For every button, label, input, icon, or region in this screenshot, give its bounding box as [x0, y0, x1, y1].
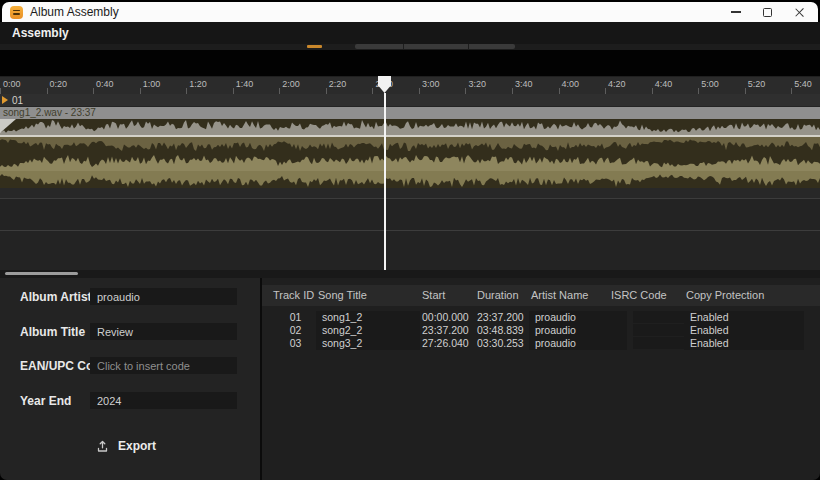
ruler-label: 4:20	[608, 79, 626, 89]
ruler-label: 1:40	[236, 79, 254, 89]
album-title-label: Album Title	[20, 325, 85, 339]
marker-row[interactable]: 01	[0, 94, 820, 107]
table-row[interactable]: 02 song2_2 23:37.200 03:48.839 proaudio …	[262, 324, 820, 337]
scrollbar-thumb[interactable]	[5, 272, 78, 275]
year-end-label: Year End	[20, 394, 71, 408]
ean-upc-input[interactable]	[90, 357, 237, 374]
col-header-copy-protection[interactable]: Copy Protection	[686, 285, 764, 306]
ruler-slot: 3:40	[512, 77, 559, 94]
ruler-label: 1:20	[189, 79, 207, 89]
artist-name-cell[interactable]: proaudio	[529, 311, 627, 324]
playhead-line[interactable]	[384, 93, 386, 270]
bottom-section: Album Artist Album Title EAN/UPC Code Ye…	[0, 278, 820, 480]
ruler-slot: 1:20	[186, 77, 233, 94]
ruler-label: 3:40	[515, 79, 533, 89]
overview-range-notch	[403, 44, 404, 49]
col-header-track-id[interactable]: Track ID	[273, 285, 314, 306]
clip-label: song1_2.wav - 23:37	[3, 107, 96, 119]
col-header-duration[interactable]: Duration	[477, 285, 519, 306]
overview-range-selector[interactable]	[355, 44, 515, 49]
ruler-slot: 1:00	[140, 77, 187, 94]
overview-clip-indicator[interactable]	[307, 45, 322, 48]
duration-cell: 23:37.200	[477, 311, 524, 324]
waveform-display[interactable]	[0, 119, 820, 188]
timeline-scrollbar[interactable]	[0, 270, 820, 278]
ruler-label: 4:40	[655, 79, 673, 89]
duration-cell: 03:30.253	[477, 337, 524, 350]
track-id-cell: 02	[273, 324, 318, 337]
maximize-icon	[763, 8, 772, 17]
ruler-slot: 5:00	[698, 77, 745, 94]
ruler-label: 5:00	[701, 79, 719, 89]
start-cell: 27:26.040	[422, 337, 469, 350]
song-title-cell[interactable]: song1_2	[316, 311, 420, 324]
artist-name-cell[interactable]: proaudio	[529, 324, 627, 337]
col-header-artist-name[interactable]: Artist Name	[531, 285, 588, 306]
app-window: Album Assembly Assembly 0:00 0:20 0:40 1…	[0, 0, 820, 480]
table-row[interactable]: 03 song3_2 27:26.040 03:30.253 proaudio …	[262, 337, 820, 350]
ruler-slot: 0:20	[47, 77, 94, 94]
year-end-input[interactable]	[90, 392, 237, 409]
ruler-label: 0:40	[96, 79, 114, 89]
album-artist-input[interactable]	[90, 288, 237, 305]
table-row[interactable]: 01 song1_2 00:00.000 23:37.200 proaudio …	[262, 311, 820, 324]
close-button[interactable]	[787, 3, 812, 21]
ruler-slot: 4:40	[652, 77, 699, 94]
waveform-svg	[0, 119, 820, 188]
song-title-cell[interactable]: song3_2	[316, 337, 420, 350]
duration-cell: 03:48.839	[477, 324, 524, 337]
col-header-isrc-code[interactable]: ISRC Code	[611, 285, 667, 306]
ruler-label: 4:00	[562, 79, 580, 89]
ruler-label: 3:00	[422, 79, 440, 89]
copy-protection-cell[interactable]: Enabled	[684, 337, 804, 350]
close-icon	[794, 7, 805, 18]
maximize-button[interactable]	[755, 3, 780, 21]
app-icon	[10, 6, 23, 19]
timeline-section: 0:00 0:20 0:40 1:00 1:20 1:40 2:00 2:20 …	[0, 44, 820, 278]
menu-assembly[interactable]: Assembly	[0, 26, 81, 40]
col-header-song-title[interactable]: Song Title	[318, 285, 367, 306]
overview-area[interactable]	[0, 50, 820, 76]
overview-range-notch	[468, 44, 469, 49]
track-id-cell: 03	[273, 337, 318, 350]
track-lane[interactable]	[0, 231, 820, 268]
track-lane[interactable]	[0, 188, 820, 199]
ruler-label: 0:00	[3, 79, 21, 89]
ruler-slot: 2:00	[279, 77, 326, 94]
window-controls	[723, 2, 812, 22]
empty-track-lanes[interactable]	[0, 188, 820, 270]
album-form-panel: Album Artist Album Title EAN/UPC Code Ye…	[0, 278, 260, 480]
export-label: Export	[118, 439, 156, 453]
ruler-slot: 4:00	[559, 77, 606, 94]
ruler-slot: 5:40	[791, 77, 820, 94]
ruler-slot: 5:20	[745, 77, 792, 94]
ruler-label: 5:20	[748, 79, 766, 89]
ruler-label: 2:20	[329, 79, 347, 89]
ruler-slot: 2:20	[326, 77, 373, 94]
ruler-label: 5:40	[794, 79, 812, 89]
start-cell: 00:00.000	[422, 311, 469, 324]
title-bar[interactable]: Album Assembly	[2, 2, 818, 22]
track-table: Track ID Song Title Start Duration Artis…	[262, 278, 820, 480]
copy-protection-cell[interactable]: Enabled	[684, 324, 804, 337]
timeline-ruler[interactable]: 0:00 0:20 0:40 1:00 1:20 1:40 2:00 2:20 …	[0, 76, 820, 94]
ruler-slot: 4:20	[605, 77, 652, 94]
menu-bar: Assembly	[0, 22, 820, 44]
window-title: Album Assembly	[30, 5, 119, 19]
ruler-label: 1:00	[143, 79, 161, 89]
col-header-start[interactable]: Start	[422, 285, 445, 306]
export-button[interactable]: Export	[96, 435, 156, 457]
track-lane[interactable]	[0, 199, 820, 231]
song-title-cell[interactable]: song2_2	[316, 324, 420, 337]
export-icon	[96, 440, 109, 453]
ruler-slot: 3:20	[465, 77, 512, 94]
artist-name-cell[interactable]: proaudio	[529, 337, 627, 350]
album-title-input[interactable]	[90, 323, 237, 340]
ruler-label: 0:20	[50, 79, 68, 89]
copy-protection-cell[interactable]: Enabled	[684, 311, 804, 324]
ruler-slot: 1:40	[233, 77, 280, 94]
clip-title-bar[interactable]: song1_2.wav - 23:37	[0, 107, 820, 119]
marker-label: 01	[12, 95, 23, 106]
ruler-slot: 0:40	[93, 77, 140, 94]
minimize-button[interactable]	[723, 3, 748, 21]
